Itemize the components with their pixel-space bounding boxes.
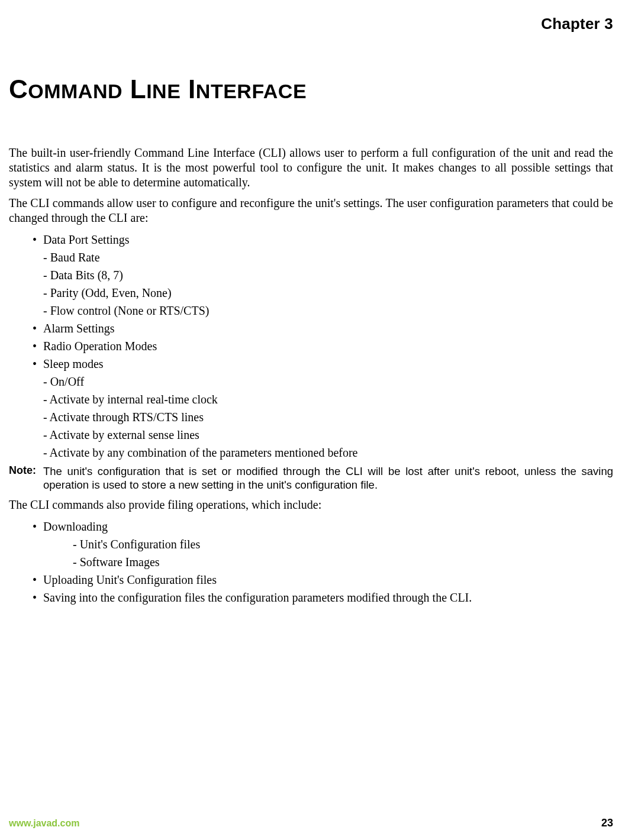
sub-item: - Data Bits (8, 7) [9, 267, 613, 283]
title-frag: NTERFACE [196, 80, 307, 102]
list-item: Radio Operation Modes [43, 338, 613, 354]
list-item: Uploading Unit's Configuration files [43, 571, 613, 588]
sub-item: - Unit's Configuration files [9, 536, 613, 553]
sub-item: - Activate by external sense lines [9, 427, 613, 443]
title-frag [181, 75, 188, 104]
sub-item: - Baud Rate [9, 249, 613, 266]
title-frag: I [188, 75, 196, 104]
sub-item: - Parity (Odd, Even, None) [9, 285, 613, 301]
page: Chapter 3 COMMAND LINE INTERFACE The bui… [0, 0, 622, 840]
body-paragraph: The CLI commands allow user to configure… [9, 196, 613, 225]
footer-url: www.javad.com [9, 818, 79, 829]
sub-item: - Software Images [9, 554, 613, 570]
list-item: Alarm Settings [43, 320, 613, 337]
note-block: Note: The unit's configuration that is s… [9, 464, 613, 492]
filing-ops-list: Downloading [9, 518, 613, 535]
title-frag [123, 75, 130, 104]
filing-ops-list: Uploading Unit's Configuration files Sav… [9, 571, 613, 606]
sub-item: - On/Off [9, 373, 613, 390]
sub-item: - Activate by any combination of the par… [9, 444, 613, 461]
page-footer: www.javad.com 23 [9, 817, 613, 829]
page-title: COMMAND LINE INTERFACE [9, 75, 613, 104]
title-frag: INE [146, 80, 181, 102]
note-text: The unit's configuration that is set or … [43, 464, 613, 492]
footer-page-number: 23 [601, 817, 613, 829]
config-params-list: Alarm Settings Radio Operation Modes Sle… [9, 320, 613, 372]
config-params-list: Data Port Settings [9, 231, 613, 248]
body-paragraph: The CLI commands also provide filing ope… [9, 497, 613, 512]
note-label: Note: [9, 464, 43, 492]
title-frag: C [9, 75, 28, 104]
list-item: Downloading [43, 518, 613, 535]
chapter-label: Chapter 3 [9, 15, 613, 33]
list-item: Saving into the configuration files the … [43, 589, 613, 606]
sub-item: - Activate by internal real-time clock [9, 391, 613, 408]
body-paragraph: The built-in user-friendly Command Line … [9, 146, 613, 190]
list-item: Sleep modes [43, 356, 613, 372]
sub-item: - Activate through RTS/CTS lines [9, 409, 613, 425]
title-frag: L [130, 75, 146, 104]
title-frag: OMMAND [28, 80, 123, 102]
sub-item: - Flow control (None or RTS/CTS) [9, 302, 613, 319]
list-item: Data Port Settings [43, 231, 613, 248]
